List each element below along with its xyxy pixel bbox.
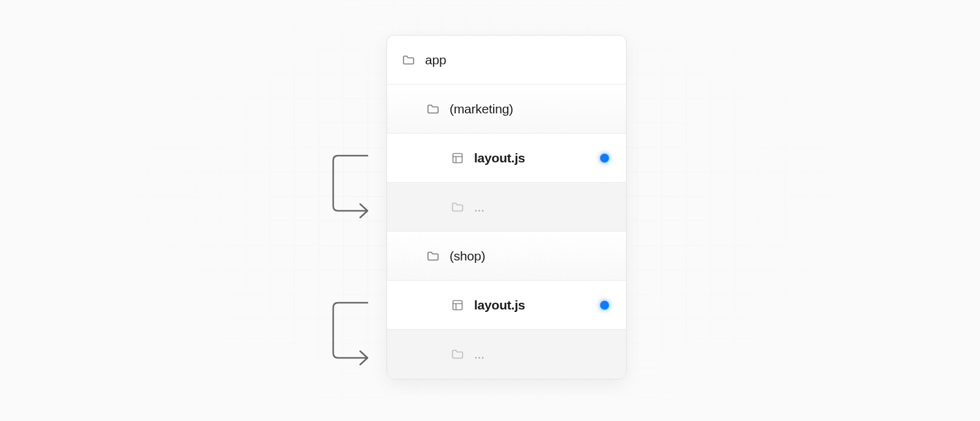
folder-app[interactable]: app xyxy=(387,36,626,85)
arrow-marketing-layout-to-children xyxy=(331,153,380,221)
folder-icon xyxy=(451,347,464,361)
file-marketing-layout[interactable]: layout.js xyxy=(387,134,626,183)
folder-label: (shop) xyxy=(450,249,485,264)
layout-icon xyxy=(451,151,464,165)
arrow-shop-layout-to-children xyxy=(331,300,380,368)
status-dot xyxy=(600,301,609,309)
folder-icon xyxy=(402,53,415,67)
folder-marketing[interactable]: (marketing) xyxy=(387,85,626,134)
file-label: layout.js xyxy=(474,298,525,313)
folder-label: (marketing) xyxy=(450,102,513,116)
file-tree-panel: app (marketing) layout.js ... (shop) lay… xyxy=(386,35,627,379)
svg-rect-3 xyxy=(453,300,462,309)
svg-rect-0 xyxy=(453,153,462,162)
folder-icon xyxy=(426,249,440,263)
folder-shop-more[interactable]: ... xyxy=(387,330,626,379)
more-label: ... xyxy=(474,200,484,214)
folder-marketing-more[interactable]: ... xyxy=(387,183,626,232)
status-dot xyxy=(600,154,609,162)
folder-icon xyxy=(426,102,440,116)
folder-icon xyxy=(451,200,464,214)
more-label: ... xyxy=(474,347,484,362)
file-shop-layout[interactable]: layout.js xyxy=(387,281,626,330)
folder-label: app xyxy=(425,53,446,67)
file-label: layout.js xyxy=(474,151,525,165)
layout-icon xyxy=(451,298,464,312)
folder-shop[interactable]: (shop) xyxy=(387,232,626,281)
